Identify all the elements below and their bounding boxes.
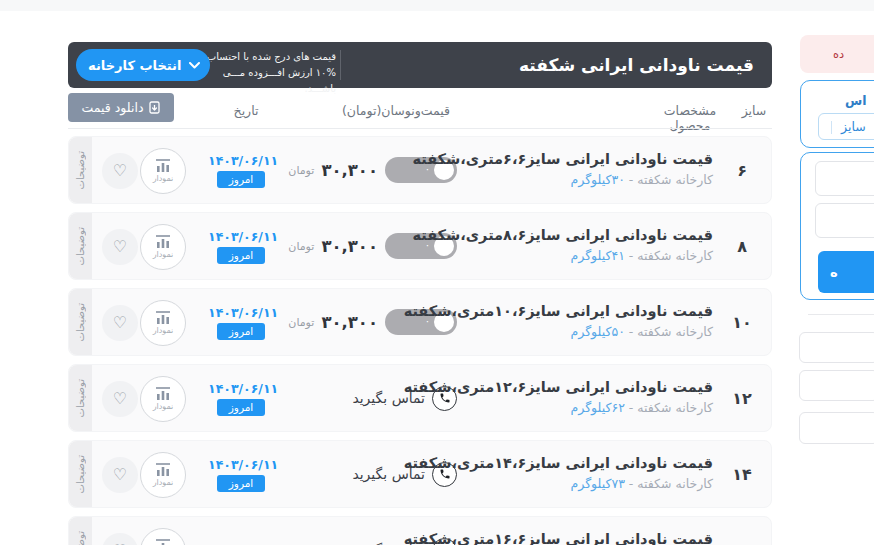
currency-label: تومان <box>288 316 314 329</box>
factory-name: کارخانه شکفته - <box>629 476 713 491</box>
header-divider <box>340 50 341 80</box>
favorite-button[interactable]: ♡ <box>102 457 138 493</box>
details-tab[interactable]: توضیحات <box>69 137 92 203</box>
sidebar-filter-card: اس سایز <box>800 80 874 148</box>
table-row: توضیحات ♡ نمودار ۱۴۰۳/۰۶/۱۱ امروز تماس ب… <box>68 364 772 432</box>
download-icon <box>149 101 160 114</box>
table-row: توضیحات ♡ نمودار ۱۴۰۳/۰۶/۱۱ امروز ۰ ۳۰,۳… <box>68 288 772 356</box>
size-filter-chip[interactable]: سایز <box>818 113 874 140</box>
download-price-label: دانلود قیمت <box>82 100 144 115</box>
sidebar-alert-text: ده <box>833 47 844 61</box>
chart-button[interactable]: نمودار <box>140 528 186 545</box>
column-date: تاریخ <box>224 103 268 118</box>
today-badge: امروز <box>217 171 265 188</box>
product-title[interactable]: قیمت ناودانی ایرانی سایز۸،۶متری،شکفته <box>383 225 713 246</box>
size-cell: ۱۲ <box>721 365 763 431</box>
factory-name: کارخانه شکفته - <box>629 248 713 263</box>
size-cell: ۸ <box>721 213 763 279</box>
factory-name: کارخانه شکفته - <box>629 172 713 187</box>
chart-button[interactable]: نمودار <box>140 376 186 422</box>
date-cell: ۱۴۰۳/۰۶/۱۱ امروز <box>208 229 274 264</box>
filter-card-label: اس <box>845 93 867 108</box>
price-date: ۱۴۰۳/۰۶/۱۱ <box>208 305 274 320</box>
table-row: توضیحات ♡ نمودار تماس بگیرید قیمت ناودان… <box>68 516 772 545</box>
date-cell: ۱۴۰۳/۰۶/۱۱ امروز <box>208 381 274 416</box>
product-title[interactable]: قیمت ناودانی ایرانی سایز۱۴،۶متری،شکفته <box>383 453 713 474</box>
details-tab[interactable]: توضیحات <box>69 517 92 545</box>
chevron-down-icon <box>189 62 200 69</box>
sidebar-list-item[interactable] <box>799 332 874 363</box>
price-date: ۱۴۰۳/۰۶/۱۱ <box>208 229 274 244</box>
sidebar-list-item[interactable] <box>799 370 874 401</box>
product-cell: قیمت ناودانی ایرانی سایز۱۰،۶متری،شکفته ک… <box>383 301 713 339</box>
favorite-button[interactable]: ♡ <box>102 533 138 545</box>
heart-icon: ♡ <box>113 467 127 483</box>
price-value: ۳۰,۳۰۰ <box>321 313 378 332</box>
bar-chart-icon <box>155 159 171 172</box>
today-badge: امروز <box>217 475 265 492</box>
today-badge: امروز <box>217 399 265 416</box>
product-title[interactable]: قیمت ناودانی ایرانی سایز۶،۶متری،شکفته <box>383 149 713 170</box>
select-factory-label: انتخاب کارخانه <box>88 58 181 73</box>
product-weight: ۷۳کیلوگرم <box>571 476 625 491</box>
product-subtitle: کارخانه شکفته - ۵۰کیلوگرم <box>383 324 713 339</box>
sidebar-input-2[interactable] <box>815 203 874 238</box>
product-title[interactable]: قیمت ناودانی ایرانی سایز۱۰،۶متری،شکفته <box>383 301 713 322</box>
size-cell: ۱۰ <box>721 289 763 355</box>
bar-chart-icon <box>155 387 171 400</box>
price-value: ۳۰,۳۰۰ <box>321 237 378 256</box>
header-separator <box>68 128 772 129</box>
price-date: ۱۴۰۳/۰۶/۱۱ <box>208 381 274 396</box>
product-title[interactable]: قیمت ناودانی ایرانی سایز۱۶،۶متری،شکفته <box>383 529 713 545</box>
currency-label: تومان <box>288 240 314 253</box>
factory-name: کارخانه شکفته - <box>629 400 713 415</box>
price-date: ۱۴۰۳/۰۶/۱۱ <box>208 457 274 472</box>
chart-button[interactable]: نمودار <box>140 148 186 194</box>
sidebar-submit-button[interactable]: ه <box>818 251 874 293</box>
top-strip <box>0 0 874 11</box>
favorite-button[interactable]: ♡ <box>102 229 138 265</box>
favorite-button[interactable]: ♡ <box>102 153 138 189</box>
vat-note-line1: قیمت های درج شده با احتساب <box>200 49 336 65</box>
details-tab[interactable]: توضیحات <box>69 441 92 507</box>
today-badge: امروز <box>217 247 265 264</box>
chart-label: نمودار <box>153 174 174 183</box>
product-cell: قیمت ناودانی ایرانی سایز۱۴،۶متری،شکفته ک… <box>383 453 713 491</box>
favorite-button[interactable]: ♡ <box>102 381 138 417</box>
product-weight: ۴۱کیلوگرم <box>571 248 625 263</box>
bar-chart-icon <box>155 463 171 476</box>
product-subtitle: کارخانه شکفته - ۴۱کیلوگرم <box>383 248 713 263</box>
details-tab-label: توضیحات <box>75 455 86 493</box>
price-value: ۳۰,۳۰۰ <box>321 161 378 180</box>
date-cell: ۱۴۰۳/۰۶/۱۱ امروز <box>208 153 274 188</box>
table-row: توضیحات ♡ نمودار ۱۴۰۳/۰۶/۱۱ امروز ۰ ۳۰,۳… <box>68 212 772 280</box>
details-tab[interactable]: توضیحات <box>69 213 92 279</box>
bar-chart-icon <box>155 235 171 248</box>
size-chip-label: سایز <box>841 119 866 134</box>
sidebar-alert: ده <box>800 35 874 73</box>
download-price-button[interactable]: دانلود قیمت <box>68 93 174 122</box>
product-subtitle: کارخانه شکفته - ۳۰کیلوگرم <box>383 172 713 187</box>
details-tab[interactable]: توضیحات <box>69 365 92 431</box>
date-cell: ۱۴۰۳/۰۶/۱۱ امروز <box>208 305 274 340</box>
chart-button[interactable]: نمودار <box>140 224 186 270</box>
currency-label: تومان <box>288 164 314 177</box>
heart-icon: ♡ <box>113 391 127 407</box>
product-weight: ۶۲کیلوگرم <box>571 400 625 415</box>
select-factory-button[interactable]: انتخاب کارخانه <box>76 49 210 81</box>
chart-button[interactable]: نمودار <box>140 452 186 498</box>
factory-name: کارخانه شکفته - <box>629 324 713 339</box>
sidebar-list-item[interactable] <box>799 412 874 444</box>
sidebar-input-1[interactable] <box>815 161 874 196</box>
favorite-button[interactable]: ♡ <box>102 305 138 341</box>
chart-button[interactable]: نمودار <box>140 300 186 346</box>
product-cell: قیمت ناودانی ایرانی سایز۶،۶متری،شکفته کا… <box>383 149 713 187</box>
details-tab-label: توضیحات <box>75 151 86 189</box>
table-column-headers: سایز مشخصات محصول قیمت‌و‌نوسان(تومان) تا… <box>68 95 772 125</box>
vat-note-line2: ۱۰% ارزش افـــزوده مـــی باشـــد. <box>200 65 336 97</box>
product-title[interactable]: قیمت ناودانی ایرانی سایز۱۲،۶متری،شکفته <box>383 377 713 398</box>
vat-note: قیمت های درج شده با احتساب ۱۰% ارزش افــ… <box>200 49 336 97</box>
details-tab[interactable]: توضیحات <box>69 289 92 355</box>
size-cell: ۱۴ <box>721 441 763 507</box>
chip-divider <box>831 121 832 134</box>
